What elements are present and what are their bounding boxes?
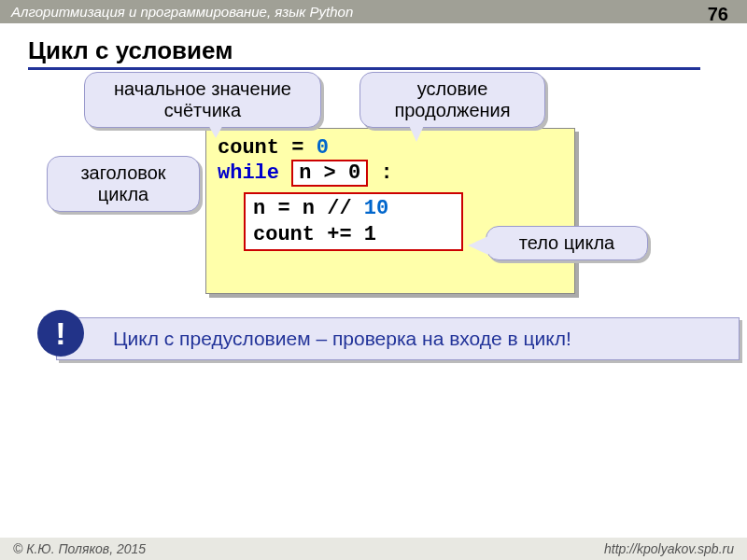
condition-box: n > 0 xyxy=(291,160,368,187)
while-keyword: while xyxy=(218,161,279,185)
assign-rhs: 0 xyxy=(317,136,329,160)
body1-num: 10 xyxy=(364,197,388,220)
page-number: 76 xyxy=(708,4,728,25)
code-line-assign: count = 0 xyxy=(218,136,563,160)
course-title: Алгоритмизация и программирование, язык … xyxy=(11,4,353,20)
colon: : xyxy=(368,161,392,185)
loop-body-box: n = n // 10 count += 1 xyxy=(244,192,463,251)
callout-head: заголовок цикла xyxy=(47,156,200,212)
slide-title: Цикл с условием xyxy=(28,36,700,70)
assign-lhs: count = xyxy=(218,136,317,160)
callout-cond-text: условие продолжения xyxy=(394,78,510,120)
note-box: Цикл с предусловием – проверка на входе … xyxy=(56,317,740,360)
callout-cond: условие продолжения xyxy=(359,72,545,128)
code-line-while: while n > 0 : xyxy=(218,160,563,187)
slide-header: Алгоритмизация и программирование, язык … xyxy=(0,0,747,23)
condition-text: n > 0 xyxy=(299,161,360,185)
footer-url: http://kpolyakov.spb.ru xyxy=(604,541,734,556)
note-text: Цикл с предусловием – проверка на входе … xyxy=(113,328,571,349)
slide-footer: © К.Ю. Поляков, 2015 http://kpolyakov.sp… xyxy=(0,538,747,560)
callout-body-text: тело цикла xyxy=(519,232,614,253)
callout-init: начальное значение счётчика xyxy=(84,72,321,128)
callout-body: тело цикла xyxy=(486,226,648,260)
callout-init-text: начальное значение счётчика xyxy=(114,78,291,120)
body-line-1: n = n // 10 xyxy=(253,196,454,222)
body-line-2: count += 1 xyxy=(253,222,454,248)
code-block: count = 0 while n > 0 : n = n // 10 coun… xyxy=(205,128,575,294)
note-bang-icon: ! xyxy=(37,310,84,357)
callout-head-text: заголовок цикла xyxy=(80,162,165,204)
footer-copyright: © К.Ю. Поляков, 2015 xyxy=(13,541,146,556)
body1-text: n = n // xyxy=(253,197,364,220)
